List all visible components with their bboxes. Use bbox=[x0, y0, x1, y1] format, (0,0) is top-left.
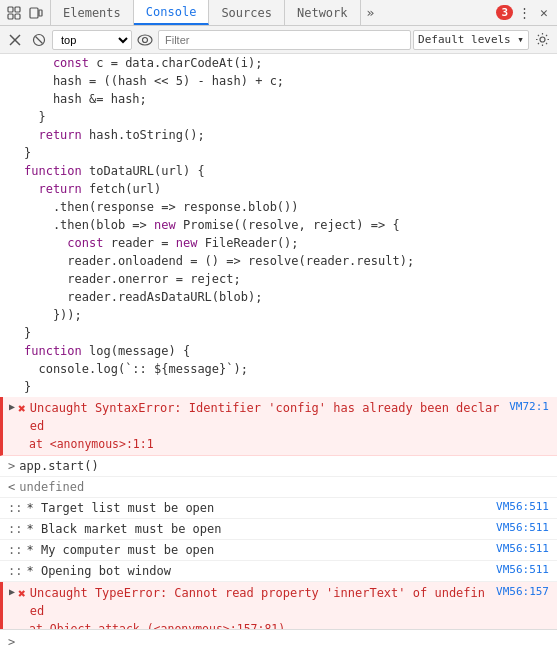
code-line: reader.readAsDataURL(blob); bbox=[8, 288, 549, 306]
clear-console-icon[interactable] bbox=[4, 29, 26, 51]
code-line: return fetch(url) bbox=[8, 180, 549, 198]
log-entry-my-computer: :: * My computer must be open VM56:511 bbox=[0, 540, 557, 561]
code-line: })); bbox=[8, 306, 549, 324]
log-msg: * Opening bot window bbox=[26, 562, 488, 580]
log-entry-app-start: > app.start() bbox=[0, 456, 557, 477]
overflow-menu-icon[interactable]: ⋮ bbox=[515, 4, 533, 22]
console-output[interactable]: const c = data.charCodeAt(i); hash = ((h… bbox=[0, 54, 557, 629]
error-message-2: Uncaught TypeError: Cannot read property… bbox=[30, 584, 488, 620]
devtools-icons bbox=[0, 0, 51, 25]
log-prefix: :: bbox=[8, 520, 22, 538]
log-msg: undefined bbox=[19, 478, 549, 496]
log-prefix: > bbox=[8, 457, 15, 475]
svg-rect-2 bbox=[8, 14, 13, 19]
svg-point-11 bbox=[143, 37, 148, 42]
code-line: function log(message) { bbox=[8, 342, 549, 360]
log-prefix: :: bbox=[8, 562, 22, 580]
code-line: } bbox=[8, 378, 549, 396]
close-devtools-icon[interactable]: ✕ bbox=[535, 4, 553, 22]
log-msg: * Black market must be open bbox=[26, 520, 488, 538]
error-source-1[interactable]: VM72:1 bbox=[509, 399, 549, 416]
inspect-icon[interactable] bbox=[4, 3, 24, 23]
code-line: const c = data.charCodeAt(i); bbox=[8, 54, 549, 72]
console-toolbar: top Default levels ▾ bbox=[0, 26, 557, 54]
log-source-link[interactable]: VM56:511 bbox=[496, 520, 549, 537]
tab-network[interactable]: Network bbox=[285, 0, 361, 25]
settings-icon[interactable] bbox=[531, 29, 553, 51]
tab-right-icons: 3 ⋮ ✕ bbox=[492, 0, 557, 25]
code-line: } bbox=[8, 144, 549, 162]
log-prefix: :: bbox=[8, 499, 22, 517]
log-msg: * My computer must be open bbox=[26, 541, 488, 559]
error-source-2[interactable]: VM56:157 bbox=[496, 584, 549, 601]
tab-more[interactable]: » bbox=[361, 0, 381, 25]
console-input[interactable] bbox=[21, 635, 549, 649]
code-line: console.log(`:: ${message}`); bbox=[8, 360, 549, 378]
error-header-2: ▶ ✖ Uncaught TypeError: Cannot read prop… bbox=[9, 584, 549, 620]
expand-error-1-icon[interactable]: ▶ bbox=[9, 399, 15, 414]
log-source-link[interactable]: VM56:511 bbox=[496, 541, 549, 558]
log-msg: app.start() bbox=[19, 457, 549, 475]
log-msg: * Target list must be open bbox=[26, 499, 488, 517]
code-line: } bbox=[8, 324, 549, 342]
log-entry-target: :: * Target list must be open VM56:511 bbox=[0, 498, 557, 519]
stack-line: at <anonymous>:1:1 bbox=[29, 435, 549, 453]
tab-bar: Elements Console Sources Network » 3 ⋮ ✕ bbox=[0, 0, 557, 26]
svg-rect-4 bbox=[30, 8, 38, 18]
eye-icon[interactable] bbox=[134, 29, 156, 51]
error-entry-2: ▶ ✖ Uncaught TypeError: Cannot read prop… bbox=[0, 582, 557, 629]
console-input-bar: > bbox=[0, 629, 557, 653]
stack-line-1: at Object.attack (<anonymous>:157:81) bbox=[29, 620, 549, 629]
code-line: return hash.toString(); bbox=[8, 126, 549, 144]
svg-point-10 bbox=[138, 35, 152, 45]
code-line: } bbox=[8, 108, 549, 126]
default-levels-selector[interactable]: Default levels ▾ bbox=[413, 30, 529, 50]
svg-rect-0 bbox=[8, 7, 13, 12]
svg-line-9 bbox=[36, 36, 43, 43]
log-prefix: < bbox=[8, 478, 15, 496]
code-line: .then(response => response.blob()) bbox=[8, 198, 549, 216]
console-prompt: > bbox=[8, 635, 15, 649]
error-message-1: Uncaught SyntaxError: Identifier 'config… bbox=[30, 399, 501, 435]
code-line: const reader = new FileReader(); bbox=[8, 234, 549, 252]
context-selector[interactable]: top bbox=[52, 30, 132, 50]
error-icon-2: ✖ bbox=[18, 584, 26, 604]
log-source-link[interactable]: VM56:511 bbox=[496, 499, 549, 516]
log-source-link[interactable]: VM56:511 bbox=[496, 562, 549, 579]
svg-rect-3 bbox=[15, 14, 20, 19]
svg-rect-5 bbox=[39, 10, 42, 16]
log-prefix: :: bbox=[8, 541, 22, 559]
error-icon-1: ✖ bbox=[18, 399, 26, 419]
svg-rect-1 bbox=[15, 7, 20, 12]
tab-sources[interactable]: Sources bbox=[209, 0, 285, 25]
code-line: hash = ((hash << 5) - hash) + c; bbox=[8, 72, 549, 90]
log-entry-undefined: < undefined bbox=[0, 477, 557, 498]
error-header-1: ▶ ✖ Uncaught SyntaxError: Identifier 'co… bbox=[9, 399, 549, 435]
log-entry-opening-bot: :: * Opening bot window VM56:511 bbox=[0, 561, 557, 582]
error-stack-1: at <anonymous>:1:1 bbox=[9, 435, 549, 453]
expand-error-2-icon[interactable]: ▶ bbox=[9, 584, 15, 599]
code-block: const c = data.charCodeAt(i); hash = ((h… bbox=[0, 54, 557, 397]
filter-input[interactable] bbox=[158, 30, 411, 50]
code-line: .then(blob => new Promise((resolve, reje… bbox=[8, 216, 549, 234]
error-count-badge: 3 bbox=[496, 5, 513, 20]
error-stack-2: at Object.attack (<anonymous>:157:81) at… bbox=[9, 620, 549, 629]
code-line: reader.onloadend = () => resolve(reader.… bbox=[8, 252, 549, 270]
code-line: reader.onerror = reject; bbox=[8, 270, 549, 288]
code-line: function toDataURL(url) { bbox=[8, 162, 549, 180]
stop-icon[interactable] bbox=[28, 29, 50, 51]
svg-point-12 bbox=[540, 37, 545, 42]
log-entry-black-market: :: * Black market must be open VM56:511 bbox=[0, 519, 557, 540]
tab-console[interactable]: Console bbox=[134, 0, 210, 25]
device-toggle-icon[interactable] bbox=[26, 3, 46, 23]
error-entry-1: ▶ ✖ Uncaught SyntaxError: Identifier 'co… bbox=[0, 397, 557, 456]
code-line: hash &= hash; bbox=[8, 90, 549, 108]
tab-elements[interactable]: Elements bbox=[51, 0, 134, 25]
